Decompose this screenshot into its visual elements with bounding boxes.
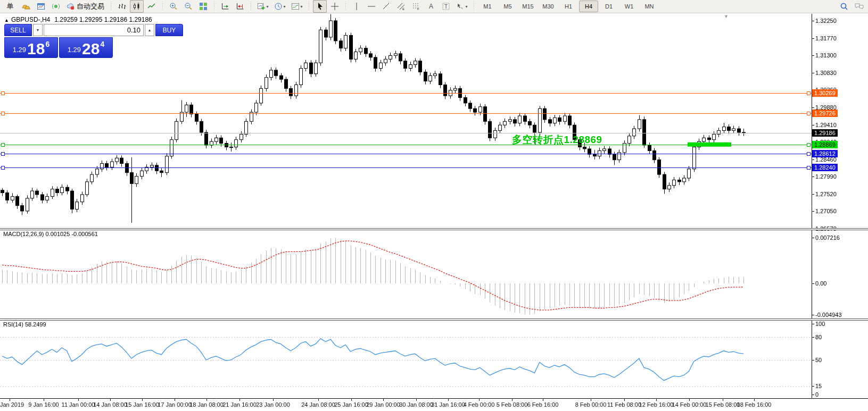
price-tick-label: 1.29410 [815, 122, 837, 128]
periods-dropdown[interactable]: ▾ [272, 0, 288, 13]
gold-button[interactable] [19, 0, 33, 13]
pivot-annotation-text: 多空转折点1.28869 [512, 133, 602, 147]
text-tool-button[interactable]: A [424, 0, 438, 13]
new-order-button[interactable]: 单 [2, 0, 18, 13]
signal-icon [52, 2, 60, 11]
bar-chart-icon [118, 2, 126, 11]
macd-indicator-label: MACD(12,26,9) 0.001025 -0.000561 [3, 231, 98, 237]
chart-shift-button[interactable] [233, 0, 247, 13]
buy-button[interactable]: BUY [155, 24, 183, 36]
crosshair-tool-button[interactable] [328, 0, 342, 13]
volume-decrease-button[interactable]: ▾ [33, 24, 43, 36]
timeframe-m15-button[interactable]: M15 [518, 1, 538, 12]
chart-shift-marker-icon: ▼ [724, 14, 729, 19]
buy-price-quote[interactable]: 1.29284 [59, 37, 113, 58]
date-tick-label: 11 Jan 00:00 [62, 401, 95, 408]
buy-price-small: 1.29 [68, 46, 81, 54]
indicator-tick-label: 80 [815, 334, 822, 340]
signal-button[interactable] [49, 0, 63, 13]
candlestick-icon [133, 2, 141, 11]
trendline-icon [382, 2, 391, 11]
chart-canvas[interactable] [0, 0, 868, 411]
rsi-pane-splitter[interactable] [0, 318, 868, 321]
toolbar-separator [344, 2, 347, 11]
date-tick-label: 29 Jan 00:00 [366, 401, 400, 408]
toolbar-separator [110, 2, 112, 11]
macd-pane-splitter[interactable] [0, 228, 868, 230]
market-window-button[interactable] [34, 0, 48, 13]
date-tick-label: 8 Feb 00:00 [575, 401, 607, 408]
autotrade-button[interactable]: 自动交易 [64, 0, 107, 13]
auto-scroll-icon [221, 2, 229, 11]
vertical-line-icon [352, 2, 361, 11]
toolbar-separator [250, 2, 252, 11]
buy-price-big: 28 [82, 41, 100, 56]
volume-input[interactable] [44, 24, 144, 36]
one-click-trading-panel: SELL ▾ ▴ BUY 1.29186 1.29284 [4, 24, 113, 58]
price-level-badge: 1.30269 [812, 89, 838, 97]
date-tick-label: 25 Jan 16:00 [334, 401, 368, 408]
svg-text:F: F [417, 7, 419, 11]
trendline-tool-button[interactable] [379, 0, 393, 13]
date-tick-label: 8 Jan 2019 [0, 401, 24, 408]
volume-increase-button[interactable]: ▴ [145, 24, 154, 36]
price-tick-label: 1.31300 [815, 52, 837, 58]
line-chart-button[interactable] [145, 0, 159, 13]
indicator-tick-label: -0.004943 [815, 312, 842, 318]
tile-windows-icon [199, 2, 208, 11]
vertical-line-tool-button[interactable] [350, 0, 363, 13]
date-tick-label: 12 Feb 16:00 [639, 401, 674, 408]
equidistant-channel-tool-button[interactable]: E [394, 0, 408, 13]
sell-price-big: 18 [27, 41, 45, 56]
indicator-tick-label: 50 [815, 357, 822, 363]
date-tick-label: 5 Feb 08:00 [497, 401, 528, 408]
tile-windows-button[interactable] [196, 0, 210, 13]
cursor-tool-button[interactable] [313, 0, 327, 13]
timeframe-w1-button[interactable]: W1 [619, 1, 639, 12]
horizontal-line-icon [367, 2, 376, 11]
search-button[interactable] [837, 0, 851, 13]
timeframe-h1-button[interactable]: H1 [559, 1, 578, 12]
new-chart-dropdown[interactable]: ▾ [255, 0, 271, 13]
zoom-out-button[interactable] [181, 0, 195, 13]
date-tick-label: 15 Jan 16:00 [125, 401, 159, 408]
crosshair-icon [330, 2, 339, 11]
timeframe-mn-button[interactable]: MN [640, 1, 659, 12]
price-tick-label: 1.30830 [815, 70, 837, 76]
template-icon [291, 2, 300, 11]
indicator-tick-label: 0.00 [815, 280, 826, 287]
timeframe-m30-button[interactable]: M30 [539, 1, 558, 12]
date-tick-label: 14 Feb 00:00 [672, 401, 707, 408]
bar-chart-button[interactable] [115, 0, 129, 13]
fibonacci-tool-button[interactable]: F [409, 0, 423, 13]
horizontal-line-tool-button[interactable] [365, 0, 378, 13]
timeframe-m1-button[interactable]: M1 [478, 1, 497, 12]
timeframe-d1-button[interactable]: D1 [599, 1, 618, 12]
timeframe-m5-button[interactable]: M5 [498, 1, 517, 12]
sell-button[interactable]: SELL [4, 24, 32, 36]
timeframe-h4-button[interactable]: H4 [579, 1, 598, 12]
chevron-down-icon: ▾ [300, 4, 302, 9]
arrows-dropdown[interactable]: ▾ [454, 0, 470, 13]
new-order-label: 单 [7, 2, 14, 11]
price-tick-label: 1.31770 [815, 35, 837, 41]
autotrade-label: 自动交易 [77, 2, 104, 11]
sell-price-quote[interactable]: 1.29186 [4, 37, 58, 58]
gold-icon [21, 2, 31, 11]
autotrade-icon [67, 2, 75, 11]
sell-price-small: 1.29 [13, 46, 26, 54]
mt4-window: 单 自动交易 [0, 0, 868, 411]
indicator-tick-label: 15 [815, 383, 822, 389]
text-icon: A [427, 2, 435, 11]
chat-button[interactable] [852, 0, 866, 13]
candlestick-chart-button[interactable] [130, 0, 144, 13]
templates-dropdown[interactable]: ▾ [289, 0, 305, 13]
price-level-badge: 1.28612 [812, 150, 838, 157]
fibonacci-icon: F [412, 2, 420, 11]
zoom-in-button[interactable] [167, 0, 180, 13]
ohlc-values: 1.29259 1.29295 1.29186 1.29186 [54, 16, 152, 23]
clock-icon [274, 2, 283, 11]
auto-scroll-button[interactable] [218, 0, 232, 13]
indicator-tick-label: 0 [815, 391, 819, 398]
text-label-tool-button[interactable]: T [439, 0, 453, 13]
